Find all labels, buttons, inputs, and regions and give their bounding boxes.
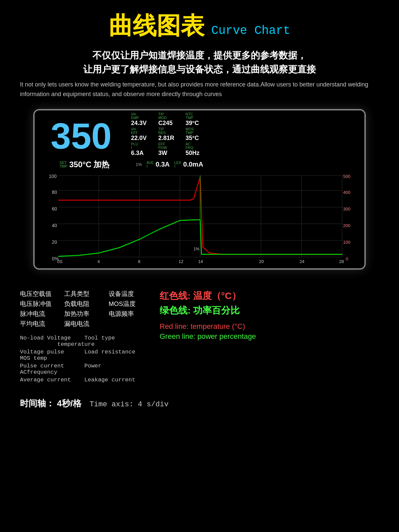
legend-green-en: Green line: power percentage (160, 332, 379, 341)
vin-emp-value: 24.3V (131, 120, 154, 127)
data-labels-left: 电压空载值 工具类型 设备温度 电压脉冲值 负载电阻 MOS温度 脉冲电流 加热… (20, 290, 146, 384)
svg-text:500: 500 (343, 174, 350, 179)
ave-i-cell: AVE I 0.3A (147, 161, 170, 168)
ac-frq-label: ACFRQ (186, 142, 209, 150)
svg-text:60: 60 (52, 206, 57, 211)
lek-i-cell: LEK I 0.0mA (174, 161, 203, 168)
status-bar: 350 VinEMP 24.3V TIPMOD C245 (35, 110, 364, 159)
svg-text:8: 8 (138, 259, 140, 264)
plu-i-label: PLUI (131, 142, 154, 150)
vin-eff-cell: VinEFF 22.0V (131, 127, 154, 142)
legend-red-en: Red line: temperature (°C) (160, 322, 379, 331)
set-tmp-value: 350°C (69, 160, 91, 169)
subtitle-section: 不仅仅让用户知道焊接温度，提供更多的参考数据， 让用户更了解焊接信息与设备状态，… (20, 49, 379, 99)
tip-mod-value: C245 (158, 120, 182, 127)
lek-i-value: 0.0mA (183, 161, 203, 168)
dl-1-1: 电压空载值 (20, 290, 58, 298)
current-temp-display: 350 (35, 110, 128, 159)
dl-3-1: 脉冲电流 (20, 310, 58, 318)
svg-text:0S: 0S (57, 259, 63, 264)
tip-mod-cell: TIPMOD C245 (158, 112, 182, 127)
info-row-3: PLUI 6.3A EFFPOW 3W ACFRQ 50Hz (131, 142, 361, 157)
svg-text:4: 4 (97, 259, 100, 264)
dl-2-3: MOS温度 (109, 300, 146, 308)
tip-mod-label: TIPMOD (158, 112, 182, 120)
svg-text:100: 100 (49, 174, 57, 179)
dl-4-2: 漏电电流 (64, 320, 102, 328)
tip-res-cell: TIPRES 2.81R (158, 127, 182, 142)
mos-tmp-label: MOSTMP (186, 127, 209, 135)
ac-frq-value: 50Hz (186, 150, 209, 157)
lek-i-bot-label: I (174, 165, 181, 168)
subtitle-cn-1: 不仅仅让用户知道焊接温度，提供更多的参考数据， 让用户更了解焊接信息与设备状态，… (20, 49, 379, 76)
mos-tmp-cell: MOSTMP 35°C (186, 127, 209, 142)
legend-green-cn: 绿色线: 功率百分比 (160, 304, 379, 317)
title-section: 曲线图表 Curve Chart (20, 10, 379, 42)
dl-3-2: 加热功率 (64, 310, 102, 318)
eff-pow-value: 3W (158, 150, 182, 157)
svg-text:14: 14 (198, 259, 203, 264)
tip-res-value: 2.81R (158, 135, 182, 142)
device-screen-wrapper: 350 VinEMP 24.3V TIPMOD C245 (20, 109, 379, 270)
data-labels-grid: 电压空载值 工具类型 设备温度 电压脉冲值 负载电阻 MOS温度 脉冲电流 加热… (20, 290, 146, 328)
plu-i-cell: PLUI 6.3A (131, 142, 154, 157)
ntc-tmp-label: NTCTMP (186, 112, 209, 120)
set-tmp-top-label: SET (60, 161, 67, 165)
lek-i-top-label: LEK (174, 161, 181, 165)
vin-eff-label: VinEFF (131, 127, 154, 135)
set-tmp-bottom-label: TMP (60, 165, 67, 168)
page-container: 曲线图表 Curve Chart 不仅仅让用户知道焊接温度，提供更多的参考数据，… (0, 0, 399, 532)
ave-i-value: 0.3A (156, 161, 170, 168)
time-axis-en: Time axis: 4 s/div (89, 400, 169, 409)
ntc-tmp-value: 39°C (186, 120, 209, 127)
svg-text:100: 100 (343, 240, 350, 245)
chart-svg: 0% 20 40 60 80 100 0 100 200 300 400 500 (38, 171, 361, 264)
eff-pow-label: EFFPOW (158, 142, 182, 150)
dl-2-1: 电压脉冲值 (20, 300, 58, 308)
dl-en-1: No-load Voltage Tool type temperature (20, 335, 146, 347)
bottom-section: 电压空载值 工具类型 设备温度 电压脉冲值 负载电阻 MOS温度 脉冲电流 加热… (20, 280, 379, 388)
svg-text:80: 80 (52, 190, 57, 195)
info-grid: VinEMP 24.3V TIPMOD C245 NTCTMP 39°C (128, 110, 364, 159)
dl-en-3: Pulse current Power ACfrequency (20, 363, 146, 375)
dl-2-2: 负载电阻 (64, 300, 102, 308)
svg-text:40: 40 (52, 223, 57, 228)
data-labels-en: No-load Voltage Tool type temperature Vo… (20, 335, 146, 383)
time-axis-cn: 时间轴： 4秒/格 (20, 398, 81, 408)
svg-text:200: 200 (343, 223, 350, 228)
legend-section: 红色线: 温度（°C） 绿色线: 功率百分比 Red line: tempera… (160, 290, 379, 384)
device-screen: 350 VinEMP 24.3V TIPMOD C245 (33, 109, 366, 270)
legend-red-cn: 红色线: 温度（°C） (160, 290, 379, 302)
dl-en-2: Voltage pulse Load resistance MOS temp (20, 349, 146, 361)
svg-rect-0 (40, 171, 359, 264)
ave-i-top-label: AVE (147, 161, 154, 165)
svg-text:0: 0 (346, 256, 348, 261)
plu-i-value: 6.3A (131, 150, 154, 157)
mos-tmp-value: 35°C (186, 135, 209, 142)
svg-text:24: 24 (300, 259, 304, 264)
svg-text:12: 12 (179, 259, 183, 264)
info-row-2: VinEFF 22.0V TIPRES 2.81R MOSTMP 35°C (131, 127, 361, 142)
dl-en-4: Average current Leakage current (20, 377, 146, 383)
set-tmp-label-cell: SET TMP (60, 161, 67, 168)
vin-emp-label: VinEMP (131, 112, 154, 120)
svg-text:28: 28 (339, 259, 344, 264)
dl-4-1: 平均电流 (20, 320, 58, 328)
tip-res-label: TIPRES (158, 127, 182, 135)
vin-emp-cell: VinEMP 24.3V (131, 112, 154, 127)
pct-label: 1% (136, 162, 142, 167)
subtitle-en: It not only lets users know the welding … (20, 80, 379, 99)
time-axis-section: 时间轴： 4秒/格 Time axis: 4 s/div (20, 394, 379, 409)
dl-3-3: 电源频率 (109, 310, 146, 318)
eff-pow-cell: EFFPOW 3W (158, 142, 182, 157)
dl-4-3 (109, 320, 146, 328)
ac-frq-cell: ACFRQ 50Hz (186, 142, 209, 157)
svg-text:20: 20 (259, 259, 264, 264)
set-temp-section: SET TMP 350°C 加热 (38, 159, 131, 170)
set-temp-bar: SET TMP 350°C 加热 1% AVE I 0.3A LEK (35, 159, 364, 171)
dl-1-3: 设备温度 (109, 290, 146, 298)
info-row-1: VinEMP 24.3V TIPMOD C245 NTCTMP 39°C (131, 112, 361, 127)
svg-text:300: 300 (343, 206, 350, 211)
svg-text:400: 400 (343, 190, 350, 195)
svg-text:20: 20 (52, 239, 57, 245)
